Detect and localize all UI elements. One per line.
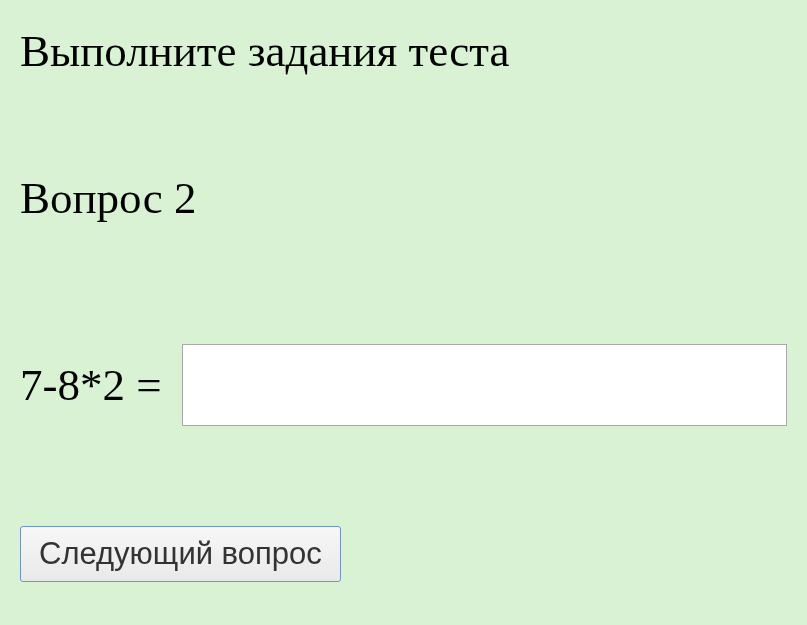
- answer-input[interactable]: [182, 344, 787, 426]
- instruction-text: Выполните задания теста: [20, 25, 787, 77]
- question-label: Вопрос 2: [20, 172, 787, 224]
- next-question-button[interactable]: Следующий вопрос: [20, 526, 341, 582]
- expression-text: 7-8*2 =: [20, 359, 162, 411]
- question-row: 7-8*2 =: [20, 344, 787, 426]
